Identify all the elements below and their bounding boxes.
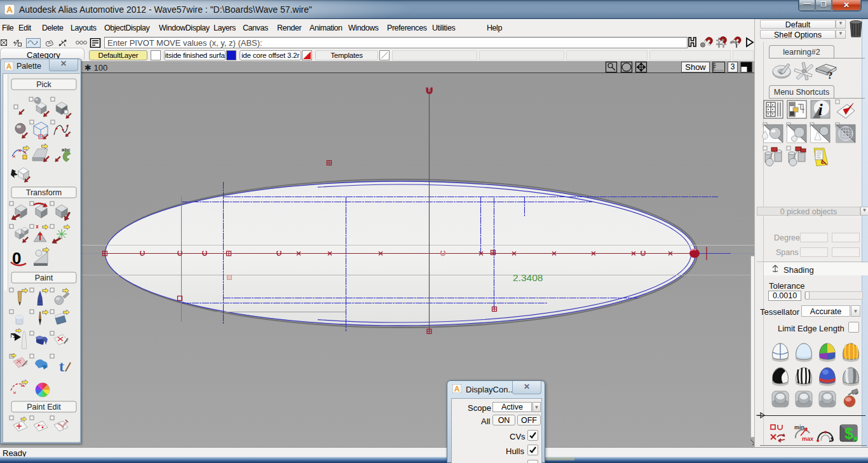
svg-text:$: $ bbox=[844, 425, 853, 442]
svg-text:2.3408: 2.3408 bbox=[513, 272, 543, 283]
svg-text:Transform: Transform bbox=[26, 188, 62, 197]
svg-text:t: t bbox=[59, 358, 64, 375]
svg-text:Paint: Paint bbox=[35, 273, 53, 282]
svg-text:Paint Edit: Paint Edit bbox=[27, 403, 61, 411]
svg-text:Pick: Pick bbox=[36, 80, 51, 89]
